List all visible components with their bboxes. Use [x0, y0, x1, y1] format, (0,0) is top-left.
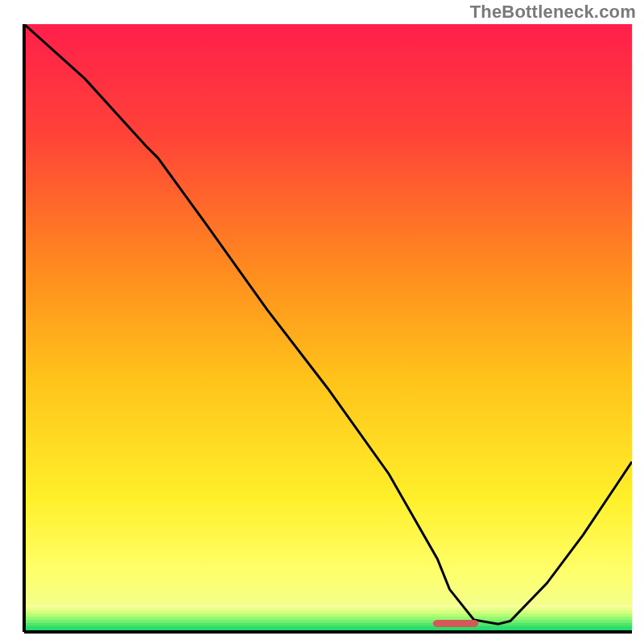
chart-container: TheBottleneck.com: [0, 0, 644, 644]
svg-rect-6: [24, 620, 632, 623]
svg-rect-4: [24, 613, 632, 617]
plot-area: [24, 24, 632, 633]
chart-svg: [0, 0, 644, 644]
svg-rect-7: [24, 623, 632, 626]
gradient-background: [24, 24, 632, 632]
green-strip: [24, 605, 632, 632]
svg-rect-1: [24, 605, 632, 608]
svg-rect-5: [24, 617, 632, 620]
svg-rect-2: [24, 608, 632, 611]
sweet-spot-marker: [433, 620, 479, 627]
svg-rect-3: [24, 611, 632, 614]
svg-rect-8: [24, 625, 632, 629]
